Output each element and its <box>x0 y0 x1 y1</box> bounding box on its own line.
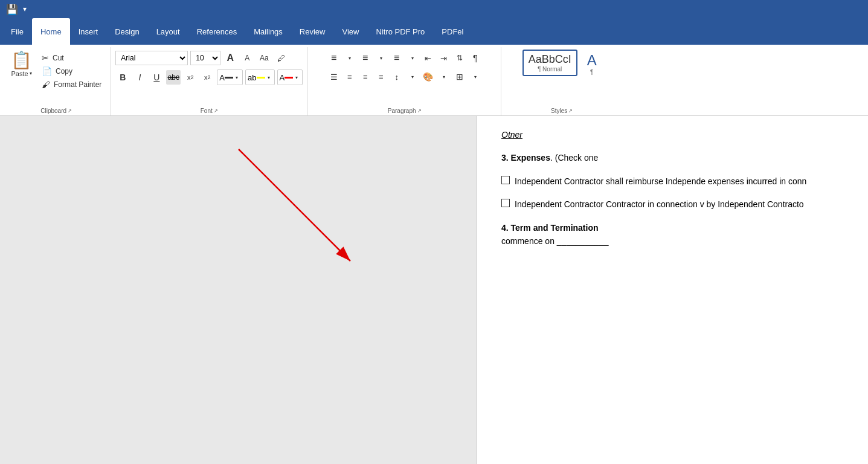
change-case-button[interactable]: Aa <box>257 51 271 65</box>
format-painter-label: Format Painter <box>54 80 101 89</box>
sort-button[interactable]: ⇅ <box>452 51 467 65</box>
font-expand-icon[interactable]: ↗ <box>214 108 218 114</box>
paste-label: Paste <box>11 70 28 77</box>
menu-home[interactable]: Home <box>32 18 70 45</box>
paragraph-group: ≡ ▾ ≡ ▾ ≡ ▾ ⇤ ⇥ ⇅ ¶ ☰ ≡ ≡ ≡ ↕ ▾ 🎨 ▾ <box>308 47 501 115</box>
underline-color-dropdown[interactable]: ▾ <box>293 70 300 85</box>
styles-group: AaBbCcI ¶ Normal A ¶ Styles ↗ <box>501 47 622 115</box>
paragraph-row2: ☰ ≡ ≡ ≡ ↕ ▾ 🎨 ▾ ⊞ ▾ <box>327 69 483 84</box>
shading-dropdown[interactable]: ▾ <box>437 69 451 84</box>
heading-style-preview: A <box>587 52 597 69</box>
cut-label: Cut <box>53 54 64 62</box>
paragraph-group-label: Paragraph <box>388 108 416 114</box>
menu-mailings[interactable]: Mailings <box>245 18 291 45</box>
bullets-button[interactable]: ≡ <box>327 51 341 65</box>
highlight-dropdown[interactable]: ▾ <box>265 70 272 85</box>
underline-button[interactable]: U <box>149 70 164 85</box>
checkbox2[interactable] <box>501 199 510 207</box>
clipboard-group: 📋 Paste ▾ ✂ Cut 📄 Copy 🖌 Format P <box>2 47 111 115</box>
normal-style-button[interactable]: AaBbCcI ¶ Normal <box>522 50 577 76</box>
font-size-select[interactable]: 10 <box>190 51 220 65</box>
shading-button[interactable]: 🎨 <box>421 69 436 84</box>
font-row1: Arial 10 A A Aa 🖊 <box>115 51 288 65</box>
checkbox1-line: Independent Contractor shall reimburse I… <box>501 175 844 188</box>
menu-nitro[interactable]: Nitro PDF Pro <box>367 18 433 45</box>
right-document-pane[interactable]: Otner 3. Expenses. (Check one Independen… <box>477 116 868 464</box>
menu-design[interactable]: Design <box>106 18 147 45</box>
font-family-select[interactable]: Arial <box>115 51 188 65</box>
menu-view[interactable]: View <box>333 18 367 45</box>
paragraph-expand-icon[interactable]: ↗ <box>417 108 422 114</box>
paste-icon: 📋 <box>11 52 32 69</box>
cut-button[interactable]: ✂ Cut <box>38 52 105 64</box>
normal-style-preview: AaBbCcI <box>529 53 571 66</box>
clipboard-group-label: Clipboard <box>40 108 66 114</box>
line-spacing-dropdown[interactable]: ▾ <box>405 69 420 84</box>
menu-insert[interactable]: Insert <box>70 18 107 45</box>
superscript-button[interactable]: x2 <box>200 70 214 85</box>
decrease-indent-button[interactable]: ⇤ <box>421 51 436 65</box>
numbering-button[interactable]: ≡ <box>358 51 373 65</box>
save-icon[interactable]: 💾 <box>6 4 18 15</box>
heading1-style-button[interactable]: A ¶ <box>582 50 602 78</box>
expenses-section: 3. Expenses. (Check one <box>501 151 844 164</box>
checkbox1[interactable] <box>501 176 510 184</box>
highlight-color-group: ab ▾ <box>245 69 274 85</box>
cut-icon: ✂ <box>42 53 49 63</box>
checkbox2-section: Independent Contractor Contractor in con… <box>501 198 844 211</box>
paste-button[interactable]: 📋 Paste ▾ <box>7 50 36 80</box>
align-right-button[interactable]: ≡ <box>358 69 373 84</box>
bullets-dropdown[interactable]: ▾ <box>342 51 357 65</box>
line-spacing-button[interactable]: ↕ <box>390 69 404 84</box>
menu-review[interactable]: Review <box>291 18 334 45</box>
term-heading: 4. Term and Termination <box>501 221 844 234</box>
clear-formatting-button[interactable]: 🖊 <box>274 51 288 65</box>
italic-button[interactable]: I <box>132 70 147 85</box>
copy-label: Copy <box>56 67 72 76</box>
underline-color-group: A ▾ <box>277 69 303 85</box>
align-center-button[interactable]: ≡ <box>342 69 357 84</box>
strikethrough-button[interactable]: abc <box>166 70 181 85</box>
copy-button[interactable]: 📄 Copy <box>38 65 105 77</box>
format-painter-button[interactable]: 🖌 Format Painter <box>38 79 105 91</box>
menu-layout[interactable]: Layout <box>148 18 188 45</box>
subscript-button[interactable]: x2 <box>183 70 198 85</box>
menu-references[interactable]: References <box>188 18 245 45</box>
clipboard-expand-icon[interactable]: ↗ <box>68 108 72 114</box>
term-section: 4. Term and Termination commence on ____… <box>501 221 844 248</box>
content-area: Otner 3. Expenses. (Check one Independen… <box>0 116 868 464</box>
menu-pdfel[interactable]: PDFel <box>433 18 472 45</box>
left-document-pane[interactable] <box>0 116 477 464</box>
show-marks-button[interactable]: ¶ <box>468 51 483 65</box>
borders-button[interactable]: ⊞ <box>452 69 467 84</box>
font-row2: B I U abc x2 x2 A ▾ ab ▾ <box>115 69 303 85</box>
title-bar-dropdown[interactable]: ▾ <box>23 5 27 13</box>
normal-style-label: ¶ Normal <box>538 66 562 72</box>
borders-dropdown[interactable]: ▾ <box>468 69 483 84</box>
styles-expand-icon[interactable]: ↗ <box>568 108 573 114</box>
checkbox1-text: Independent Contractor shall reimburse I… <box>515 175 806 188</box>
align-left-button[interactable]: ☰ <box>327 69 341 84</box>
shrink-font-button[interactable]: A <box>240 51 254 65</box>
clipboard-actions: ✂ Cut 📄 Copy 🖌 Format Painter <box>38 50 105 91</box>
underline-color-label: A <box>280 73 285 82</box>
font-color-dropdown[interactable]: ▾ <box>233 70 240 85</box>
increase-indent-button[interactable]: ⇥ <box>437 51 451 65</box>
copy-icon: 📄 <box>42 66 52 76</box>
menu-bar: File Home Insert Design Layout Reference… <box>0 18 868 45</box>
font-color-group: A ▾ <box>217 69 243 85</box>
multilevel-dropdown[interactable]: ▾ <box>405 51 420 65</box>
format-painter-icon: 🖌 <box>42 80 50 89</box>
bold-button[interactable]: B <box>115 70 130 85</box>
grow-font-button[interactable]: A <box>223 51 237 65</box>
checkbox2-line: Independent Contractor Contractor in con… <box>501 198 844 211</box>
font-group: Arial 10 A A Aa 🖊 B I U abc x2 x2 <box>111 47 308 115</box>
title-bar: 💾 ▾ <box>0 0 868 18</box>
numbering-dropdown[interactable]: ▾ <box>374 51 388 65</box>
justify-button[interactable]: ≡ <box>374 69 388 84</box>
paragraph-row1: ≡ ▾ ≡ ▾ ≡ ▾ ⇤ ⇥ ⇅ ¶ <box>327 51 483 65</box>
menu-file[interactable]: File <box>2 18 32 45</box>
multilevel-button[interactable]: ≡ <box>390 51 404 65</box>
paste-dropdown-arrow[interactable]: ▾ <box>30 71 32 76</box>
font-group-label: Font <box>201 108 213 114</box>
